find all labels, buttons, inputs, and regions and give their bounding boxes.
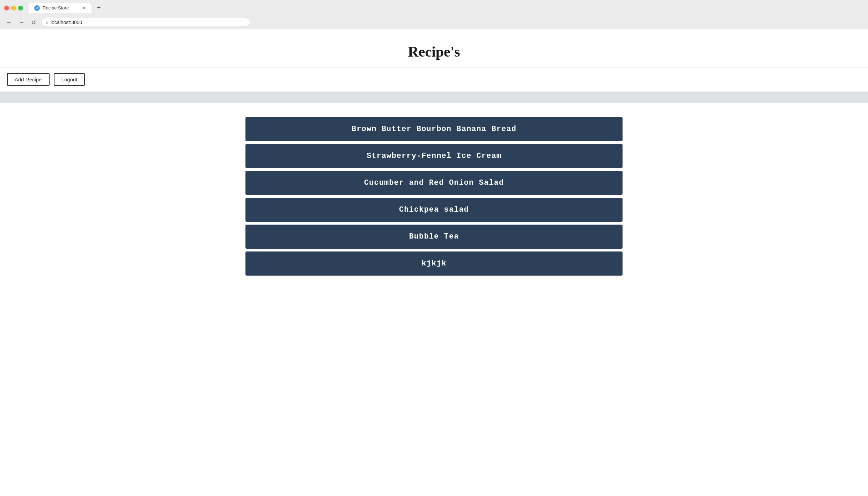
tab-close-button[interactable]: ✕ bbox=[82, 6, 86, 10]
logout-button[interactable]: Logout bbox=[54, 73, 85, 86]
minimize-window-button[interactable] bbox=[11, 6, 16, 10]
page-header: Recipe's bbox=[0, 29, 868, 67]
browser-addressbar: ← → ↺ ℹ localhost:3000 bbox=[0, 16, 868, 29]
address-bar[interactable]: ℹ localhost:3000 bbox=[41, 18, 250, 27]
recipe-item[interactable]: kjkjk bbox=[245, 251, 623, 276]
tab-favicon: ⟳ bbox=[34, 5, 40, 11]
page-content: Recipe's Add Recipe Logout Brown Butter … bbox=[0, 29, 868, 290]
tab-title: Recipe Store bbox=[43, 5, 69, 10]
recipe-item[interactable]: Strawberry-Fennel Ice Cream bbox=[245, 144, 623, 168]
toolbar: Add Recipe Logout bbox=[0, 67, 868, 92]
recipe-item[interactable]: Brown Butter Bourbon Banana Bread bbox=[245, 117, 623, 141]
reload-button[interactable]: ↺ bbox=[29, 19, 38, 27]
close-window-button[interactable] bbox=[4, 6, 9, 10]
forward-button[interactable]: → bbox=[17, 19, 27, 26]
add-recipe-button[interactable]: Add Recipe bbox=[7, 73, 50, 86]
url-display: localhost:3000 bbox=[51, 20, 82, 25]
new-tab-button[interactable]: + bbox=[94, 3, 104, 13]
security-icon: ℹ bbox=[46, 20, 48, 25]
maximize-window-button[interactable] bbox=[18, 6, 23, 10]
recipe-item[interactable]: Cucumber and Red Onion Salad bbox=[245, 171, 623, 195]
recipe-item[interactable]: Chickpea salad bbox=[245, 198, 623, 222]
back-button[interactable]: ← bbox=[4, 19, 14, 26]
browser-chrome: ⟳ Recipe Store ✕ + ← → ↺ ℹ localhost:300… bbox=[0, 0, 868, 29]
gray-band bbox=[0, 92, 868, 103]
page-title: Recipe's bbox=[7, 43, 861, 60]
recipe-list: Brown Butter Bourbon Banana BreadStrawbe… bbox=[245, 103, 623, 290]
recipe-item[interactable]: Bubble Tea bbox=[245, 225, 623, 249]
browser-titlebar: ⟳ Recipe Store ✕ + bbox=[0, 0, 868, 16]
window-controls bbox=[4, 6, 23, 10]
browser-tab[interactable]: ⟳ Recipe Store ✕ bbox=[29, 3, 91, 13]
